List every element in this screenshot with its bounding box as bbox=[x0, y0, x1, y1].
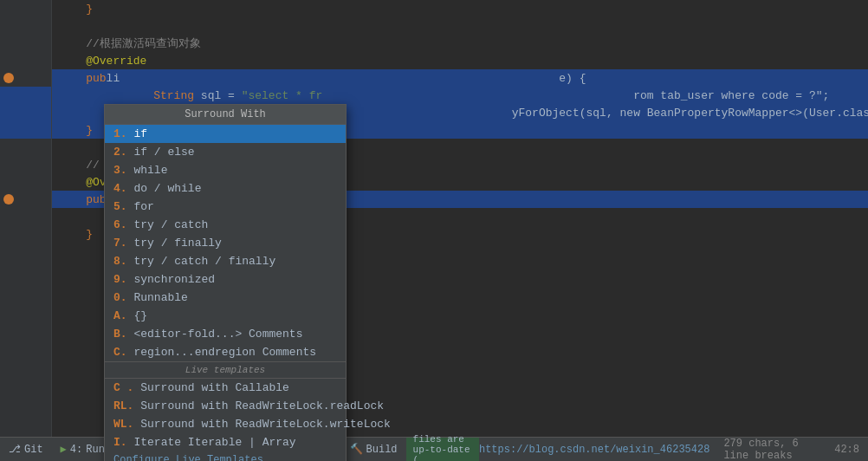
build-icon: 🔨 bbox=[350, 443, 363, 456]
gutter-line bbox=[0, 139, 51, 156]
dropdown-item-synchronized[interactable]: 9. synchronized bbox=[105, 270, 346, 289]
gutter-line bbox=[0, 156, 51, 173]
gutter-line bbox=[0, 173, 51, 191]
run-icon: ▶ bbox=[61, 443, 67, 456]
dropdown-item-callable[interactable]: C . Surround with Callable bbox=[105, 379, 346, 397]
breakpoint-indicator bbox=[3, 73, 14, 83]
dropdown-item-iterate[interactable]: I. Iterate Iterable | Array bbox=[105, 433, 346, 451]
code-line: } bbox=[52, 0, 868, 17]
dropdown-item-readwritelock-read[interactable]: RL. Surround with ReadWriteLock.readLock bbox=[105, 397, 346, 415]
dropdown-item-region[interactable]: C. region...endregion Comments bbox=[105, 343, 346, 361]
status-right: https://blog.csdn.net/weixin_46235428 27… bbox=[479, 438, 868, 462]
dropdown-item-readwritelock-write[interactable]: WL. Surround with ReadWriteLock.writeLoc… bbox=[105, 415, 346, 433]
dropdown-item-editor-fold[interactable]: B. <editor-fold...> Comments bbox=[105, 325, 346, 343]
status-stats: 279 chars, 6 line breaks bbox=[723, 438, 820, 462]
run-label: Run bbox=[86, 444, 105, 456]
gutter-line bbox=[0, 208, 51, 225]
gutter-line bbox=[0, 35, 51, 52]
code-line-highlighted: publi e) { bbox=[52, 69, 868, 87]
dropdown-item-do-while[interactable]: 4. do / while bbox=[105, 179, 346, 198]
git-label: Git bbox=[24, 444, 43, 456]
dropdown-item-if-else[interactable]: 2. if / else bbox=[105, 143, 346, 161]
code-line bbox=[52, 17, 868, 35]
status-files-status: files are up-to-date ( bbox=[406, 438, 479, 462]
status-position: 42:8 bbox=[834, 444, 859, 456]
gutter-line bbox=[0, 0, 51, 17]
gutter-line bbox=[0, 87, 51, 104]
dropdown-item-braces[interactable]: A. {} bbox=[105, 307, 346, 325]
surround-with-dropdown: Surround With 1. if 2. if / else 3. whil… bbox=[104, 104, 347, 461]
gutter-line-active bbox=[0, 69, 51, 87]
status-url[interactable]: https://blog.csdn.net/weixin_46235428 bbox=[479, 444, 709, 456]
live-templates-header: Live templates bbox=[105, 361, 346, 379]
dropdown-item-while[interactable]: 3. while bbox=[105, 161, 346, 179]
configure-templates-button[interactable]: Configure Live Templates... bbox=[105, 451, 346, 461]
status-git[interactable]: ⎇ Git bbox=[0, 438, 52, 462]
code-line-selected: String sql = "select * fr rom tab_user w… bbox=[52, 87, 868, 104]
gutter-line bbox=[0, 52, 51, 69]
dropdown-title: Surround With bbox=[105, 105, 346, 125]
dropdown-item-try-finally[interactable]: 7. try / finally bbox=[105, 234, 346, 252]
gutter-line bbox=[0, 121, 51, 139]
gutter-line-active bbox=[0, 191, 51, 208]
line-gutter bbox=[0, 0, 52, 437]
dropdown-item-for[interactable]: 5. for bbox=[105, 198, 346, 216]
status-build[interactable]: 🔨 Build bbox=[341, 438, 406, 462]
gutter-line bbox=[0, 104, 51, 121]
gutter-line bbox=[0, 225, 51, 243]
build-label: Build bbox=[366, 444, 398, 456]
breakpoint-indicator bbox=[3, 194, 14, 205]
dropdown-item-try-catch-finally[interactable]: 8. try / catch / finally bbox=[105, 252, 346, 270]
dropdown-item-runnable[interactable]: 0. Runnable bbox=[105, 289, 346, 307]
dropdown-item-if[interactable]: 1. if bbox=[105, 125, 346, 143]
gutter-line bbox=[0, 17, 51, 35]
git-icon: ⎇ bbox=[9, 443, 21, 456]
dropdown-item-try-catch[interactable]: 6. try / catch bbox=[105, 216, 346, 234]
run-num: 4: bbox=[70, 444, 82, 456]
code-line: //根据激活码查询对象 bbox=[52, 35, 868, 52]
